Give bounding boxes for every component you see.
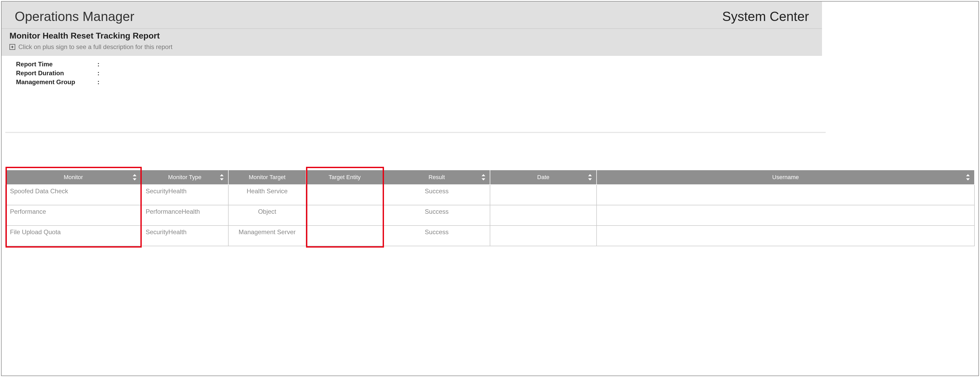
cell-date <box>490 185 597 205</box>
cell-monitor_target: Management Server <box>228 226 306 246</box>
table-header-row: MonitorMonitor TypeMonitor TargetTarget … <box>5 170 975 185</box>
cell-monitor: Spoofed Data Check <box>5 185 141 205</box>
app-title-left: Operations Manager <box>15 9 134 24</box>
meta-colon: : <box>97 60 103 68</box>
report-meta: Report Time : Report Duration : Manageme… <box>2 56 978 90</box>
meta-label: Report Duration <box>16 70 97 77</box>
meta-colon: : <box>97 70 103 77</box>
column-header-target_entity: Target Entity <box>306 170 383 185</box>
meta-label: Report Time <box>16 60 97 68</box>
sort-icon[interactable] <box>481 174 486 180</box>
report-header: Monitor Health Reset Tracking Report + C… <box>2 28 822 56</box>
meta-report-duration: Report Duration : <box>16 70 964 77</box>
cell-result: Success <box>383 185 490 205</box>
results-table-wrap: MonitorMonitor TypeMonitor TargetTarget … <box>2 170 978 246</box>
expand-description-row: + Click on plus sign to see a full descr… <box>10 43 814 51</box>
meta-colon: : <box>97 78 103 86</box>
report-window: Operations Manager System Center Monitor… <box>1 1 979 376</box>
table-row: PerformancePerformanceHealthObjectSucces… <box>5 205 975 226</box>
cell-target_entity <box>306 205 383 226</box>
table-body: Spoofed Data CheckSecurityHealthHealth S… <box>5 185 975 246</box>
sort-icon[interactable] <box>132 174 137 180</box>
column-header-result[interactable]: Result <box>383 170 490 185</box>
expand-hint-text: Click on plus sign to see a full descrip… <box>18 43 172 51</box>
cell-username <box>597 205 975 226</box>
column-header-username[interactable]: Username <box>597 170 975 185</box>
cell-result: Success <box>383 226 490 246</box>
app-title-right: System Center <box>722 9 809 24</box>
cell-monitor_type: SecurityHealth <box>141 185 228 205</box>
meta-management-group: Management Group : <box>16 78 964 86</box>
cell-monitor_type: PerformanceHealth <box>141 205 228 226</box>
cell-result: Success <box>383 205 490 226</box>
table-row: File Upload QuotaSecurityHealthManagemen… <box>5 226 975 246</box>
cell-monitor: File Upload Quota <box>5 226 141 246</box>
table-row: Spoofed Data CheckSecurityHealthHealth S… <box>5 185 975 205</box>
cell-target_entity <box>306 185 383 205</box>
column-header-monitor[interactable]: Monitor <box>5 170 141 185</box>
cell-username <box>597 226 975 246</box>
sort-icon[interactable] <box>965 174 970 180</box>
section-divider <box>5 132 826 133</box>
cell-target_entity <box>306 226 383 246</box>
report-title: Monitor Health Reset Tracking Report <box>10 31 814 41</box>
cell-monitor_type: SecurityHealth <box>141 226 228 246</box>
column-header-monitor_target: Monitor Target <box>228 170 306 185</box>
results-table: MonitorMonitor TypeMonitor TargetTarget … <box>5 170 975 246</box>
cell-date <box>490 226 597 246</box>
column-header-date[interactable]: Date <box>490 170 597 185</box>
cell-monitor_target: Health Service <box>228 185 306 205</box>
cell-username <box>597 185 975 205</box>
meta-label: Management Group <box>16 78 97 86</box>
column-header-monitor_type[interactable]: Monitor Type <box>141 170 228 185</box>
title-bar: Operations Manager System Center <box>2 2 822 28</box>
sort-icon[interactable] <box>587 174 593 180</box>
cell-date <box>490 205 597 226</box>
meta-report-time: Report Time : <box>16 60 964 68</box>
cell-monitor_target: Object <box>228 205 306 226</box>
plus-icon[interactable]: + <box>10 44 15 50</box>
cell-monitor: Performance <box>5 205 141 226</box>
sort-icon[interactable] <box>219 174 224 180</box>
